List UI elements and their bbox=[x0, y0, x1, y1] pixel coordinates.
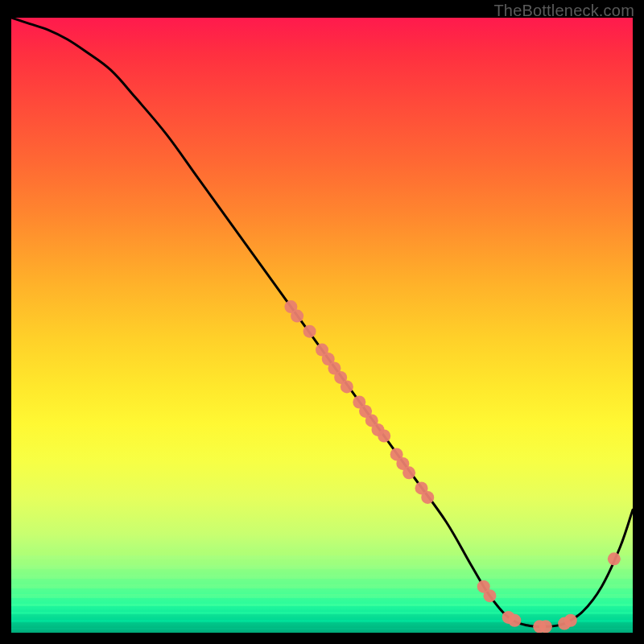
watermark-text: TheBottleneck.com bbox=[493, 2, 634, 20]
gradient-banding-decor bbox=[11, 536, 633, 633]
chart-plot-area bbox=[11, 18, 633, 633]
